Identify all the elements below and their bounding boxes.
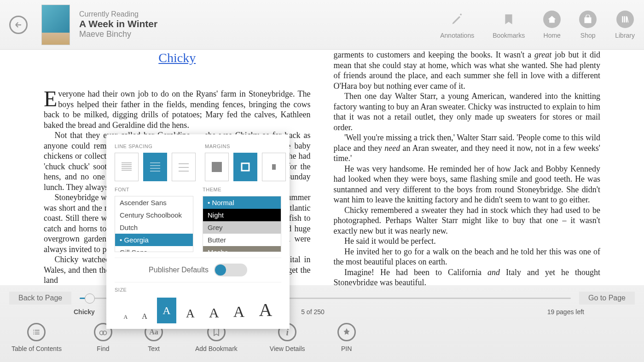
theme-item[interactable]: Mocha (203, 246, 281, 252)
size-l[interactable]: A (181, 304, 199, 323)
back-arrow-icon (14, 21, 23, 29)
text-label: Text (148, 345, 160, 352)
progress-labels: Chicky 5 of 250 19 pages left (9, 308, 635, 316)
size-xl[interactable]: A (204, 302, 224, 323)
theme-item[interactable]: Night (203, 209, 281, 221)
reading-area: Chicky Everyone had their own job to do … (0, 50, 644, 285)
shop-button[interactable]: Shop (579, 11, 597, 39)
book-author: Maeve Binchy (79, 29, 440, 39)
svg-rect-15 (242, 163, 249, 171)
bookmark-add-icon (212, 328, 221, 337)
pin-label: PIN (341, 345, 352, 352)
book-title: A Week in Winter (79, 18, 440, 29)
right-page: garments to customers and keeping the bo… (322, 50, 601, 285)
size-s[interactable]: A (137, 310, 152, 323)
font-item[interactable]: Gill Sans (115, 246, 193, 252)
library-button[interactable]: Library (615, 11, 635, 39)
size-xs[interactable]: A (119, 311, 133, 323)
pages-left: 19 pages left (492, 308, 584, 316)
font-list[interactable]: Ascender Sans Century Schoolbook Dutch G… (115, 196, 193, 252)
line-spacing-normal[interactable] (143, 153, 167, 181)
bookmarks-button[interactable]: Bookmarks (493, 11, 525, 39)
font-item[interactable]: Century Schoolbook (115, 209, 193, 221)
size-xxxl[interactable]: A (254, 296, 277, 323)
size-xxl[interactable]: A (229, 300, 249, 323)
shop-icon (583, 15, 592, 24)
annotations-button[interactable]: Annotations (440, 11, 474, 39)
font-item[interactable]: Georgia (115, 234, 193, 246)
theme-item[interactable]: Butter (203, 234, 281, 246)
pin-button[interactable]: PIN (337, 323, 356, 352)
view-details-label: View Details (270, 345, 305, 352)
theme-label: THEME (203, 187, 281, 192)
line-spacing-label: LINE SPACING (115, 144, 196, 149)
svg-rect-16 (272, 164, 276, 170)
bookmarks-label: Bookmarks (493, 32, 525, 39)
book-cover[interactable] (41, 5, 70, 45)
publisher-defaults-row: Publisher Defaults (115, 258, 281, 282)
book-info: Currently Reading A Week in Winter Maeve… (79, 10, 440, 39)
shop-label: Shop (580, 32, 596, 39)
progress-row: Back to Page Go to Page (9, 291, 635, 305)
home-label: Home (544, 32, 561, 39)
publisher-defaults-label: Publisher Defaults (149, 266, 209, 274)
line-spacing-wide[interactable] (172, 153, 196, 181)
margins-normal[interactable] (233, 153, 257, 181)
chapter-title[interactable]: Chicky (44, 50, 311, 66)
toc-button[interactable]: Table of Contents (12, 323, 62, 352)
home-icon (547, 15, 557, 24)
header: Currently Reading A Week in Winter Maeve… (0, 0, 644, 50)
back-to-page-button[interactable]: Back to Page (9, 292, 71, 305)
find-label: Find (97, 345, 109, 352)
back-button[interactable] (9, 16, 28, 34)
add-bookmark-label: Add Bookmark (195, 345, 238, 352)
margins-narrow[interactable] (205, 153, 229, 181)
bookmark-icon (503, 11, 515, 28)
size-row: A A A A A A A (115, 296, 281, 323)
font-label: FONT (115, 187, 193, 192)
toc-label: Table of Contents (12, 345, 62, 352)
font-item[interactable]: Ascender Sans (115, 196, 193, 209)
svg-rect-14 (212, 162, 222, 172)
dropcap: E (44, 89, 58, 109)
binoculars-icon (99, 328, 108, 337)
list-icon (32, 328, 41, 337)
margins-label: MARGINS (205, 144, 286, 149)
size-label: SIZE (115, 287, 281, 293)
library-label: Library (615, 32, 635, 39)
theme-item[interactable]: Normal (203, 196, 281, 209)
size-m[interactable]: A (157, 298, 176, 323)
bottom-bar: Back to Page Go to Page Chicky 5 of 250 … (0, 285, 644, 362)
theme-list[interactable]: Normal Night Grey Butter Mocha (203, 196, 281, 252)
text-settings-popup: LINE SPACING MARGINS FONT Ascender Sans … (106, 134, 290, 329)
currently-reading-label: Currently Reading (79, 10, 440, 18)
theme-item[interactable]: Grey (203, 221, 281, 234)
header-actions: Annotations Bookmarks Home Shop Library (440, 11, 635, 39)
line-spacing-tight[interactable] (115, 153, 139, 181)
annotations-label: Annotations (440, 32, 474, 39)
font-item[interactable]: Dutch (115, 221, 193, 234)
library-icon (621, 15, 630, 24)
publisher-defaults-toggle[interactable] (214, 264, 247, 276)
slider-thumb[interactable] (85, 293, 95, 304)
go-to-page-button[interactable]: Go to Page (579, 292, 635, 305)
margins-wide[interactable] (262, 153, 286, 181)
bottom-actions: Table of Contents Find Aa Text Add Bookm… (9, 323, 635, 352)
pin-icon (342, 328, 351, 337)
highlighter-icon (451, 11, 464, 28)
home-button[interactable]: Home (543, 11, 561, 39)
